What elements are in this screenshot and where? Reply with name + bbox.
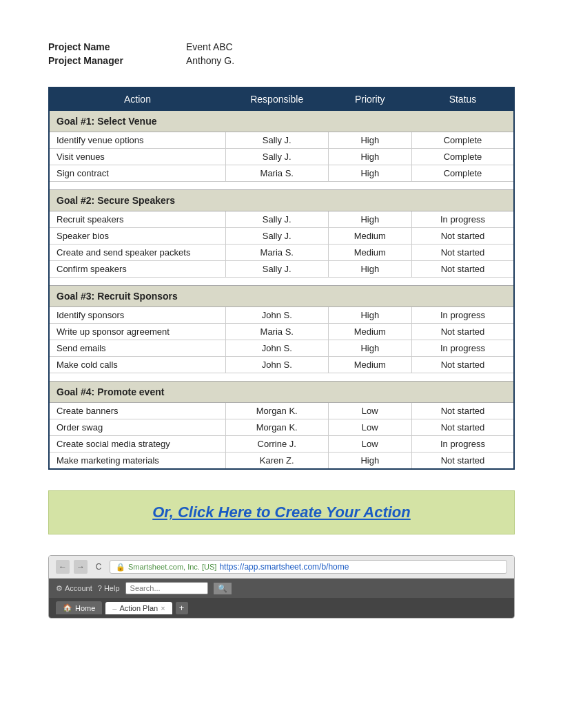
responsible-cell: Sally J. [226, 228, 329, 245]
status-cell: Not started [412, 324, 515, 340]
responsible-cell: Maria S. [226, 165, 329, 182]
table-row: Visit venues Sally J. High Complete [49, 149, 514, 165]
priority-cell: High [328, 211, 412, 228]
status-cell: Complete [412, 165, 515, 182]
action-plan-tab[interactable]: – Action Plan × [105, 602, 172, 614]
responsible-cell: Morgan K. [226, 419, 329, 436]
status-cell: Complete [412, 149, 515, 165]
account-button[interactable]: ⚙ Account [56, 584, 92, 593]
action-cell: Speaker bios [49, 228, 226, 245]
priority-cell: High [328, 165, 412, 182]
project-info: Project Name Event ABC Project Manager A… [48, 41, 515, 66]
action-cell: Confirm speakers [49, 261, 226, 278]
help-label: ? Help [98, 584, 120, 592]
goal-title: Goal #4: Promote event [49, 382, 514, 403]
priority-cell: High [328, 261, 412, 278]
header-responsible: Responsible [226, 87, 329, 111]
action-cell: Identify venue options [49, 132, 226, 149]
action-cell: Order swag [49, 419, 226, 436]
responsible-cell: Maria S. [226, 245, 329, 261]
new-tab-button[interactable]: + [176, 602, 188, 614]
table-row: Make cold calls John S. Medium Not start… [49, 357, 514, 373]
table-row: Speaker bios Sally J. Medium Not started [49, 228, 514, 245]
project-name-label: Project Name [48, 41, 186, 52]
action-cell: Write up sponsor agreement [49, 324, 226, 340]
action-cell: Make marketing materials [49, 453, 226, 470]
table-row: Identify venue options Sally J. High Com… [49, 132, 514, 149]
goal-row-1: Goal #1: Select Venue [49, 111, 514, 132]
action-cell: Create and send speaker packets [49, 245, 226, 261]
home-tab-label: Home [75, 604, 95, 612]
responsible-cell: John S. [226, 340, 329, 357]
priority-cell: Medium [328, 245, 412, 261]
search-input[interactable] [125, 582, 208, 594]
status-cell: In progress [412, 211, 515, 228]
back-button[interactable]: ← [56, 560, 70, 574]
priority-cell: High [328, 453, 412, 470]
priority-cell: Medium [328, 324, 412, 340]
responsible-cell: Sally J. [226, 211, 329, 228]
status-cell: Not started [412, 419, 515, 436]
status-cell: In progress [412, 307, 515, 324]
forward-button[interactable]: → [74, 560, 88, 574]
table-row: Write up sponsor agreement Maria S. Medi… [49, 324, 514, 340]
help-button[interactable]: ? Help [98, 584, 120, 592]
responsible-cell: John S. [226, 357, 329, 373]
status-cell: Not started [412, 228, 515, 245]
status-cell: Not started [412, 453, 515, 470]
search-button[interactable]: 🔍 [214, 583, 232, 594]
spacer-row [49, 278, 514, 286]
refresh-button[interactable]: C [92, 560, 105, 574]
browser-toolbar: ⚙ Account ? Help 🔍 [49, 579, 514, 598]
table-row: Make marketing materials Karen Z. High N… [49, 453, 514, 470]
ssl-icon: 🔒 [116, 563, 125, 572]
spacer-row [49, 182, 514, 190]
priority-cell: High [328, 340, 412, 357]
responsible-cell: Karen Z. [226, 453, 329, 470]
status-cell: Complete [412, 132, 515, 149]
project-name-row: Project Name Event ABC [48, 41, 515, 52]
table-row: Identify sponsors John S. High In progre… [49, 307, 514, 324]
action-cell: Sign contract [49, 165, 226, 182]
goal-title: Goal #1: Select Venue [49, 111, 514, 132]
goal-row-3: Goal #3: Recruit Sponsors [49, 286, 514, 307]
project-manager-label: Project Manager [48, 55, 186, 66]
project-name-value: Event ABC [186, 41, 233, 52]
status-cell: In progress [412, 340, 515, 357]
table-row: Create banners Morgan K. Low Not started [49, 403, 514, 419]
header-action: Action [49, 87, 226, 111]
action-cell: Recruit speakers [49, 211, 226, 228]
priority-cell: High [328, 149, 412, 165]
project-manager-value: Anthony G. [186, 55, 234, 66]
table-row: Create and send speaker packets Maria S.… [49, 245, 514, 261]
project-manager-row: Project Manager Anthony G. [48, 55, 515, 66]
table-row: Create social media strategy Corrine J. … [49, 436, 514, 453]
priority-cell: Low [328, 403, 412, 419]
table-header-row: Action Responsible Priority Status [49, 87, 514, 111]
status-cell: Not started [412, 245, 515, 261]
spacer-row [49, 373, 514, 382]
responsible-cell: Sally J. [226, 261, 329, 278]
tab-close-icon[interactable]: × [161, 604, 165, 612]
ssl-label: Smartsheet.com, Inc. [US] [128, 563, 216, 571]
action-cell: Make cold calls [49, 357, 226, 373]
table-row: Confirm speakers Sally J. High Not start… [49, 261, 514, 278]
action-plan-tab-label: Action Plan [119, 604, 158, 612]
action-table: Action Responsible Priority Status Goal … [48, 87, 515, 470]
table-row: Recruit speakers Sally J. High In progre… [49, 211, 514, 228]
browser-address-bar: ← → C 🔒 Smartsheet.com, Inc. [US] https:… [49, 556, 514, 579]
status-cell: In progress [412, 436, 515, 453]
tab-minus-icon: – [112, 604, 116, 612]
goal-row-2: Goal #2: Secure Speakers [49, 190, 514, 211]
gear-icon: ⚙ [56, 584, 63, 593]
cta-link[interactable]: Or, Click Here to Create Your Action [152, 503, 411, 521]
cta-section[interactable]: Or, Click Here to Create Your Action [48, 490, 515, 534]
status-cell: Not started [412, 261, 515, 278]
action-cell: Visit venues [49, 149, 226, 165]
table-row: Sign contract Maria S. High Complete [49, 165, 514, 182]
url-bar[interactable]: 🔒 Smartsheet.com, Inc. [US] https://app.… [110, 560, 507, 574]
priority-cell: High [328, 132, 412, 149]
action-cell: Create social media strategy [49, 436, 226, 453]
priority-cell: Low [328, 436, 412, 453]
home-tab[interactable]: 🏠 Home [56, 601, 102, 614]
